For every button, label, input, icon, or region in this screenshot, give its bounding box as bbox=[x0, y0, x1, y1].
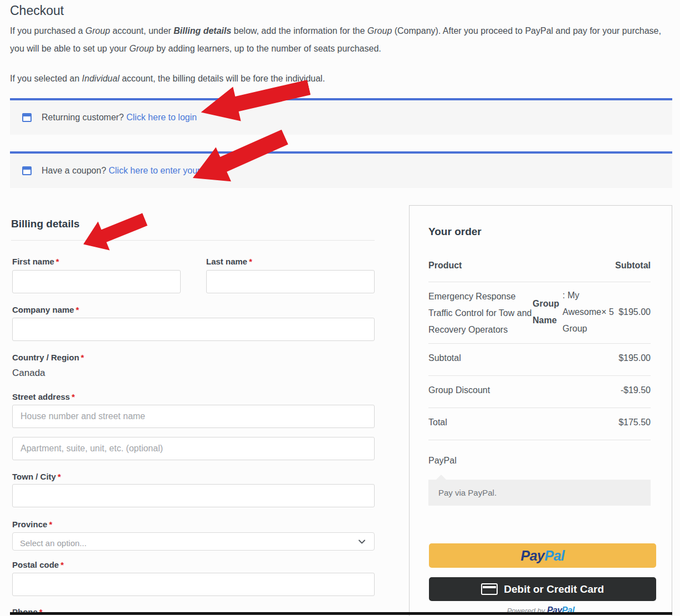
subtotal-column-header: Subtotal bbox=[615, 261, 651, 271]
group-name-meta-label: Name bbox=[533, 315, 557, 325]
text-run: account, under bbox=[110, 26, 174, 35]
discount-row-label: Group Discount bbox=[428, 385, 490, 395]
label-text: Last name bbox=[206, 257, 247, 266]
required-asterisk: * bbox=[71, 392, 75, 401]
divider bbox=[428, 408, 651, 408]
company-name-input[interactable] bbox=[12, 318, 375, 341]
text-run: by adding learners, up to the number of … bbox=[154, 44, 381, 53]
your-order-heading: Your order bbox=[428, 226, 482, 238]
discount-row-value: -$19.50 bbox=[621, 385, 651, 395]
text-run-italic: Group bbox=[129, 44, 154, 53]
first-name-label: First name* bbox=[12, 257, 59, 266]
required-asterisk: * bbox=[76, 305, 79, 314]
coupon-notice: Have a coupon? Click here to enter your … bbox=[10, 151, 672, 188]
paypal-logo-pay: Pay bbox=[520, 548, 544, 563]
returning-customer-notice: Returning customer? Click here to login bbox=[10, 98, 672, 135]
province-select[interactable]: Select an option... bbox=[12, 532, 375, 551]
label-text: Country / Region bbox=[12, 353, 79, 362]
coupon-label: Have a coupon? bbox=[42, 166, 106, 175]
checkout-page: Checkout If you purchased a Group accoun… bbox=[0, 0, 680, 616]
product-name-line: Traffic Control for Tow and bbox=[428, 305, 545, 322]
window-icon bbox=[22, 113, 32, 122]
town-city-label: Town / City* bbox=[12, 472, 61, 481]
postal-code-input[interactable] bbox=[12, 573, 375, 596]
returning-customer-label: Returning customer? bbox=[42, 113, 124, 122]
country-region-label: Country / Region* bbox=[12, 353, 84, 362]
meta-value-text: Awesome bbox=[563, 307, 601, 317]
label-text: First name bbox=[12, 257, 54, 266]
debit-credit-card-button[interactable]: Debit or Credit Card bbox=[429, 577, 656, 601]
town-city-input[interactable] bbox=[12, 484, 375, 507]
text-run: If you selected an bbox=[10, 74, 82, 83]
billing-details-heading: Billing details bbox=[11, 218, 80, 230]
street-address-input[interactable] bbox=[12, 405, 375, 428]
window-icon bbox=[22, 166, 32, 175]
intro-paragraph-group: If you purchased a Group account, under … bbox=[10, 22, 675, 58]
notice-text: Returning customer? Click here to login bbox=[42, 113, 197, 123]
bottom-edge-divider bbox=[10, 612, 672, 615]
company-name-label: Company name* bbox=[12, 305, 79, 314]
pay-via-paypal-text: Pay via PayPal. bbox=[438, 488, 497, 497]
group-name-meta-value: : My bbox=[563, 291, 579, 301]
text-run: below, add the information for the bbox=[231, 26, 367, 35]
product-column-header: Product bbox=[428, 261, 462, 271]
page-title: Checkout bbox=[10, 3, 64, 18]
label-text: Company name bbox=[12, 305, 74, 314]
divider bbox=[428, 343, 651, 344]
label-text: Town / City bbox=[12, 472, 56, 481]
text-run: If you purchased a bbox=[10, 26, 85, 35]
paypal-button[interactable]: PayPal bbox=[429, 543, 656, 568]
order-summary-panel: Your order Product Subtotal Emergency Re… bbox=[409, 205, 672, 616]
chevron-down-icon bbox=[357, 537, 366, 548]
last-name-label: Last name* bbox=[206, 257, 252, 266]
label-text: Street address bbox=[12, 392, 70, 401]
select-placeholder: Select an option... bbox=[20, 538, 86, 548]
group-name-meta-label: Group bbox=[533, 299, 559, 309]
divider bbox=[428, 375, 651, 376]
street-address-label: Street address* bbox=[12, 392, 75, 401]
required-asterisk: * bbox=[60, 560, 64, 569]
country-value: Canada bbox=[12, 368, 45, 379]
required-asterisk: * bbox=[81, 353, 84, 362]
subtotal-row-label: Subtotal bbox=[428, 353, 461, 363]
total-row-value: $175.50 bbox=[618, 418, 651, 427]
text-run-italic: Group bbox=[85, 26, 110, 35]
product-name: Emergency Response Traffic Control for T… bbox=[428, 288, 545, 338]
login-link[interactable]: Click here to login bbox=[126, 113, 197, 122]
label-text: Province bbox=[12, 520, 47, 529]
required-asterisk: * bbox=[56, 257, 59, 266]
divider bbox=[11, 240, 375, 241]
product-name-line: Recovery Operators bbox=[428, 322, 545, 338]
credit-card-icon bbox=[481, 583, 498, 595]
item-quantity: × 5 bbox=[601, 307, 614, 317]
annotation-arrow-billing bbox=[77, 204, 151, 260]
paypal-logo-pal: Pal bbox=[544, 548, 564, 563]
required-asterisk: * bbox=[49, 520, 52, 529]
province-label: Province* bbox=[12, 520, 52, 529]
group-name-meta-value: Group bbox=[563, 324, 587, 334]
street-address-2-input[interactable] bbox=[12, 437, 375, 460]
required-asterisk: * bbox=[58, 472, 61, 481]
text-run-bold-italic: Billing details bbox=[173, 26, 231, 35]
total-row-label: Total bbox=[428, 418, 447, 427]
text-run-italic: Individual bbox=[82, 74, 120, 83]
required-asterisk: * bbox=[249, 257, 252, 266]
label-text: Postal code bbox=[12, 560, 59, 569]
subtotal-row-value: $195.00 bbox=[618, 353, 651, 363]
last-name-input[interactable] bbox=[206, 270, 375, 293]
item-subtotal: $195.00 bbox=[618, 307, 651, 317]
postal-code-label: Postal code* bbox=[12, 560, 64, 569]
paypal-logo: PayPal bbox=[520, 548, 564, 564]
intro-paragraph-individual: If you selected an Individual account, t… bbox=[10, 70, 675, 88]
group-name-meta-value: Awesome× 5 bbox=[563, 307, 614, 317]
payment-method-label: PayPal bbox=[428, 456, 457, 466]
divider bbox=[428, 440, 651, 440]
first-name-input[interactable] bbox=[12, 270, 181, 293]
product-name-line: Emergency Response bbox=[428, 288, 545, 305]
divider bbox=[428, 282, 651, 282]
card-button-label: Debit or Credit Card bbox=[504, 583, 604, 595]
tooltip-caret bbox=[436, 475, 446, 480]
text-run-italic: Group bbox=[367, 26, 392, 35]
payment-method-description: Pay via PayPal. bbox=[428, 480, 651, 506]
